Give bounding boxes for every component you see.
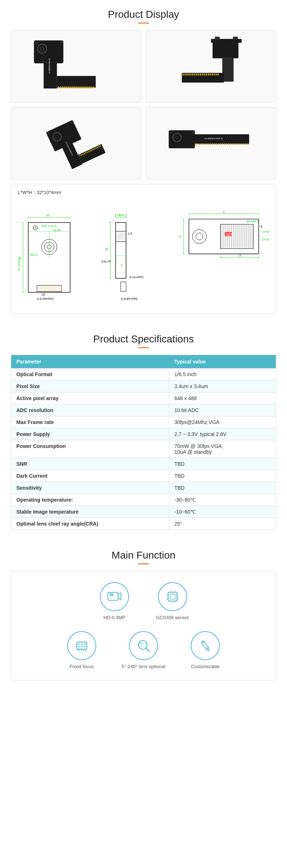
lens-label: 5°-240° lens optional: [122, 664, 165, 669]
svg-text:AS-B6B08AJ0054-33: AS-B6B08AJ0054-33: [49, 58, 50, 74]
param-cell: Sensitivity: [11, 482, 169, 494]
lens-icon-circle: [129, 631, 158, 660]
svg-rect-95: [216, 143, 217, 145]
svg-rect-14: [70, 86, 71, 88]
svg-rect-216: [168, 592, 177, 601]
function-item-sensor: GC0308 sensor: [154, 582, 191, 620]
value-cell: 70mW @ 30fps VGA, 10uA @ standby: [169, 440, 276, 458]
svg-rect-159: [121, 282, 126, 292]
svg-rect-102: [230, 143, 231, 145]
svg-rect-85: [197, 143, 198, 145]
svg-text:HD: HD: [109, 594, 112, 596]
param-cell: Power Consumption: [11, 440, 169, 458]
svg-rect-29: [215, 37, 219, 40]
value-cell: TBD: [169, 482, 276, 494]
table-row: Operating temperature:-30~80℃: [11, 494, 276, 506]
value-cell: -10~60℃: [169, 506, 276, 518]
svg-rect-87: [201, 143, 202, 145]
svg-rect-8: [58, 86, 60, 88]
table-row: Dark CurrentTBD: [11, 470, 276, 482]
value-cell: 10 bit ADC: [169, 404, 276, 416]
svg-rect-43: [196, 74, 198, 75]
svg-rect-98: [222, 143, 223, 145]
svg-rect-100: [226, 143, 227, 145]
svg-rect-51: [211, 74, 213, 75]
svg-rect-110: [245, 143, 246, 145]
function-row-1: HD HD-0.3MP: [19, 582, 268, 620]
product-display-section: AS-B6B08AJ0054-33: [0, 26, 287, 325]
svg-rect-10: [62, 86, 63, 88]
product-image-2: [146, 30, 276, 103]
svg-rect-20: [81, 86, 83, 88]
table-row: ADC resolution10 bit ADC: [11, 404, 276, 416]
svg-rect-17: [76, 86, 77, 88]
svg-text:+FPC: +FPC: [46, 297, 54, 301]
specifications-title: Product Specifications: [0, 325, 287, 351]
param-cell: Active pixel array: [11, 392, 169, 404]
value-cell: 2.7 ~ 3.3V, typical 2.8V: [169, 428, 276, 440]
svg-text:1.5: 1.5: [128, 232, 132, 235]
svg-line-252: [205, 647, 208, 649]
svg-rect-107: [239, 143, 240, 145]
svg-rect-49: [208, 74, 209, 75]
table-row: SNRTBD: [11, 458, 276, 470]
svg-rect-111: [247, 143, 248, 145]
svg-rect-108: [241, 143, 242, 145]
table-row: Stable Image temperature-10~60℃: [11, 506, 276, 518]
svg-rect-15: [72, 86, 73, 88]
svg-rect-62: [78, 144, 106, 164]
svg-rect-88: [202, 143, 203, 145]
svg-rect-44: [198, 74, 199, 75]
svg-text:5: 5: [121, 263, 123, 267]
value-cell: TBD: [169, 458, 276, 470]
svg-rect-36: [182, 74, 184, 75]
svg-text:18: 18: [105, 248, 108, 251]
svg-rect-19: [79, 86, 81, 88]
sensor-label: GC0308 sensor: [156, 615, 189, 620]
function-item-hd: HD HD-0.3MP: [96, 582, 133, 620]
param-cell: ADC resolution: [11, 404, 169, 416]
svg-text:5±0.1: 5±0.1: [30, 253, 38, 256]
svg-rect-12: [66, 86, 67, 88]
param-cell: Operating temperature:: [11, 494, 169, 506]
svg-rect-103: [232, 143, 233, 145]
diagram-svg: 10 24 6±0.1 ±3.3 ±4.95 5±0.1 32.25±0.2 2…: [18, 199, 269, 308]
fixed-focus-label: Fixed focus: [70, 664, 94, 669]
svg-rect-50: [210, 74, 211, 75]
main-function-title: Main Function: [0, 541, 287, 567]
svg-rect-18: [77, 86, 79, 88]
svg-rect-84: [195, 143, 196, 145]
svg-point-82: [176, 136, 178, 138]
table-row: Power Consumption70mW @ 30fps VGA, 10uA …: [11, 440, 276, 458]
customize-icon-circle: [191, 631, 220, 660]
svg-rect-13: [68, 86, 69, 88]
value-cell: 648 x 488: [169, 392, 276, 404]
svg-rect-97: [220, 143, 221, 145]
svg-rect-5: [60, 41, 62, 44]
param-cell: Power Supply: [11, 428, 169, 440]
svg-rect-106: [238, 143, 239, 145]
table-row: SensitivityTBD: [11, 482, 276, 494]
value-cell: 3.4um x 3.4um: [169, 380, 276, 392]
svg-rect-53: [215, 74, 217, 75]
svg-rect-25: [91, 86, 92, 88]
svg-text:14: 14: [238, 254, 241, 257]
svg-rect-54: [217, 74, 219, 75]
svg-text:2×±0.1: 2×±0.1: [262, 230, 269, 234]
function-box: HD HD-0.3MP: [11, 571, 276, 680]
svg-rect-104: [234, 143, 235, 145]
svg-point-3: [41, 48, 43, 49]
dimension-diagram-box: L*W*H：32*10*4mm: [11, 184, 276, 314]
svg-rect-37: [184, 74, 186, 75]
param-cell: Optical Format: [11, 369, 169, 380]
svg-rect-7: [57, 76, 96, 87]
svg-text:AS-B6B08AJ0054-33: AS-B6B08AJ0054-33: [205, 137, 223, 140]
svg-text:±3.3: ±3.3: [50, 224, 56, 228]
product-image-grid: AS-B6B08AJ0054-33: [11, 30, 276, 180]
svg-rect-115: [28, 223, 70, 292]
svg-rect-158: [116, 231, 126, 242]
svg-rect-33: [213, 41, 238, 58]
table-row: Optical Format1/6.5 inch: [11, 369, 276, 380]
svg-text:9: 9: [260, 225, 262, 229]
svg-rect-45: [200, 74, 201, 75]
